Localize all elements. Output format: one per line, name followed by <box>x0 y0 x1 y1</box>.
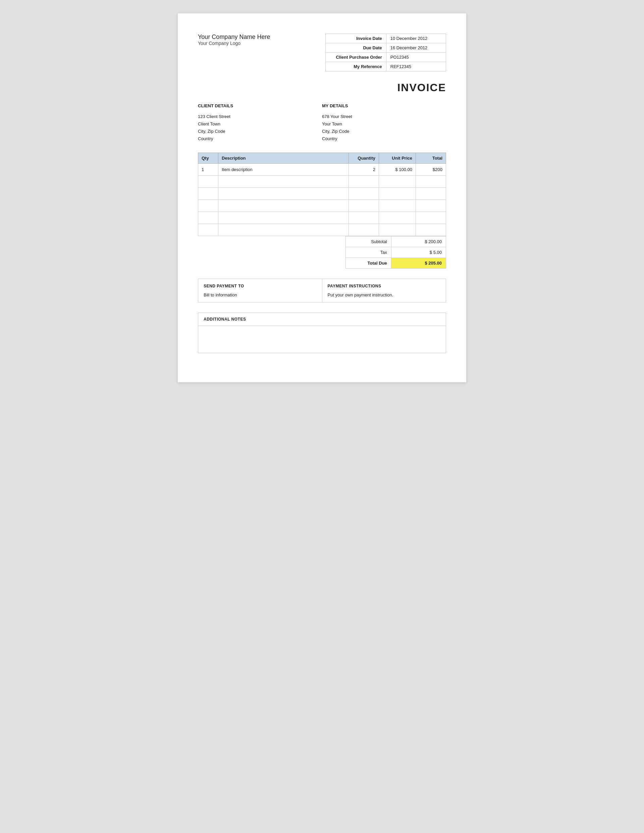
info-row: Client Purchase OrderPO12345 <box>326 53 446 62</box>
cell-description <box>218 188 349 200</box>
col-unit-price: Unit Price <box>379 153 416 164</box>
cell-qty <box>198 188 218 200</box>
cell-quantity: 2 <box>349 164 379 176</box>
info-label: Invoice Date <box>326 34 386 43</box>
address-line: Country <box>198 135 322 143</box>
payment-right-body: Put your own payment instruction. <box>328 293 441 298</box>
notes-heading: ADDITIONAL NOTES <box>198 313 446 326</box>
info-value: REF12345 <box>386 62 446 71</box>
cell-unit-price <box>379 176 416 188</box>
cell-qty <box>198 224 218 236</box>
company-info: Your Company Name Here Your Company Logo <box>198 34 270 46</box>
col-quantity: Quantity <box>349 153 379 164</box>
cell-quantity <box>349 176 379 188</box>
address-line: City, Zip Code <box>198 128 322 135</box>
address-line: Country <box>322 135 446 143</box>
cell-unit-price: $ 100.00 <box>379 164 416 176</box>
company-logo: Your Company Logo <box>198 40 270 46</box>
payment-left-heading: SEND PAYMENT TO <box>204 284 317 288</box>
cell-description <box>218 212 349 224</box>
subtotal-value: $ 200.00 <box>391 236 446 247</box>
cell-qty <box>198 176 218 188</box>
cell-total <box>416 212 446 224</box>
tax-row: Tax $ 5.00 <box>346 247 446 258</box>
cell-qty <box>198 200 218 212</box>
notes-body <box>198 326 446 353</box>
info-value: PO12345 <box>386 53 446 62</box>
notes-section: ADDITIONAL NOTES <box>198 312 446 353</box>
my-details-heading: MY DETAILS <box>322 103 446 108</box>
cell-quantity <box>349 200 379 212</box>
info-table: Invoice Date10 December 2012Due Date16 D… <box>325 34 446 71</box>
info-label: My Reference <box>326 62 386 71</box>
info-value: 16 December 2012 <box>386 43 446 53</box>
items-table: Qty Description Quantity Unit Price Tota… <box>198 153 446 236</box>
subtotal-row: Subtotal $ 200.00 <box>346 236 446 247</box>
my-details-col: MY DETAILS 678 Your StreetYour TownCity,… <box>322 103 446 143</box>
cell-unit-price <box>379 188 416 200</box>
payment-right-heading: PAYMENT INSTRUCTIONS <box>328 284 441 288</box>
totals-section: Subtotal $ 200.00 Tax $ 5.00 Total Due $… <box>198 236 446 269</box>
total-due-row: Total Due $ 205.00 <box>346 258 446 269</box>
payment-left-body: Bill to information <box>204 293 317 298</box>
cell-total <box>416 224 446 236</box>
cell-total <box>416 200 446 212</box>
cell-total: $200 <box>416 164 446 176</box>
client-details-col: CLIENT DETAILS 123 Client StreetClient T… <box>198 103 322 143</box>
table-row <box>198 188 446 200</box>
address-line: Your Town <box>322 121 446 128</box>
payment-right-col: PAYMENT INSTRUCTIONS Put your own paymen… <box>322 279 446 302</box>
info-row: Due Date16 December 2012 <box>326 43 446 53</box>
invoice-title: INVOICE <box>198 82 446 94</box>
table-row: 1 Item description 2 $ 100.00 $200 <box>198 164 446 176</box>
tax-label: Tax <box>346 247 391 258</box>
info-value: 10 December 2012 <box>386 34 446 43</box>
info-row: My ReferenceREF12345 <box>326 62 446 71</box>
address-line: 678 Your Street <box>322 113 446 121</box>
col-description: Description <box>218 153 349 164</box>
col-total: Total <box>416 153 446 164</box>
header: Your Company Name Here Your Company Logo… <box>198 34 446 71</box>
total-due-label: Total Due <box>346 258 391 269</box>
cell-quantity <box>349 224 379 236</box>
info-row: Invoice Date10 December 2012 <box>326 34 446 43</box>
payment-left-col: SEND PAYMENT TO Bill to information <box>198 279 322 302</box>
info-label: Due Date <box>326 43 386 53</box>
client-address: 123 Client StreetClient TownCity, Zip Co… <box>198 113 322 143</box>
address-line: City, Zip Code <box>322 128 446 135</box>
company-name: Your Company Name Here <box>198 34 270 40</box>
cell-description <box>218 200 349 212</box>
cell-description: Item description <box>218 164 349 176</box>
cell-quantity <box>349 188 379 200</box>
info-label: Client Purchase Order <box>326 53 386 62</box>
payment-section: SEND PAYMENT TO Bill to information PAYM… <box>198 279 446 302</box>
total-due-value: $ 205.00 <box>391 258 446 269</box>
subtotal-label: Subtotal <box>346 236 391 247</box>
details-section: CLIENT DETAILS 123 Client StreetClient T… <box>198 103 446 143</box>
items-section: Qty Description Quantity Unit Price Tota… <box>198 153 446 236</box>
table-row <box>198 176 446 188</box>
cell-qty <box>198 212 218 224</box>
cell-total <box>416 188 446 200</box>
cell-unit-price <box>379 224 416 236</box>
client-details-heading: CLIENT DETAILS <box>198 103 322 108</box>
cell-unit-price <box>379 200 416 212</box>
address-line: Client Town <box>198 121 322 128</box>
cell-description <box>218 224 349 236</box>
col-qty: Qty <box>198 153 218 164</box>
address-line: 123 Client Street <box>198 113 322 121</box>
table-row <box>198 212 446 224</box>
invoice-page: Your Company Name Here Your Company Logo… <box>178 13 466 382</box>
cell-qty: 1 <box>198 164 218 176</box>
cell-unit-price <box>379 212 416 224</box>
cell-quantity <box>349 212 379 224</box>
table-row <box>198 200 446 212</box>
cell-total <box>416 176 446 188</box>
cell-description <box>218 176 349 188</box>
tax-value: $ 5.00 <box>391 247 446 258</box>
my-address: 678 Your StreetYour TownCity, Zip CodeCo… <box>322 113 446 143</box>
table-row <box>198 224 446 236</box>
totals-table: Subtotal $ 200.00 Tax $ 5.00 Total Due $… <box>346 236 446 269</box>
